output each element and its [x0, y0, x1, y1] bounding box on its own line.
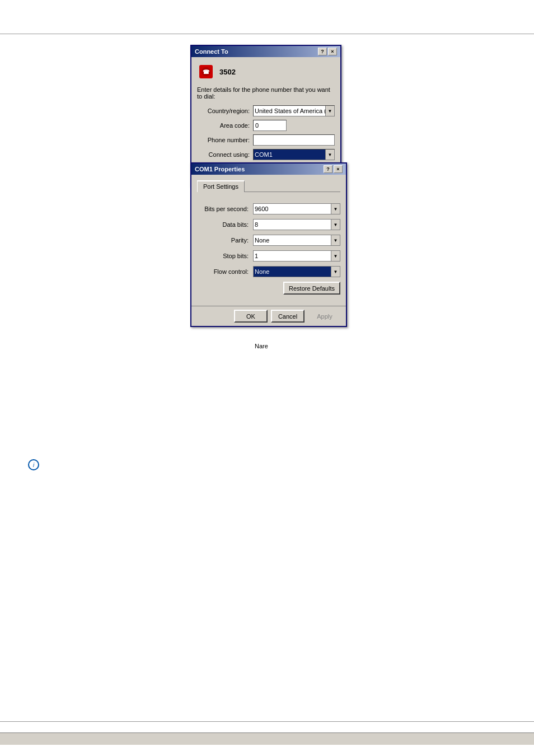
parity-select[interactable]: None: [253, 235, 340, 246]
connect-using-label: Connect using:: [197, 151, 253, 158]
com1-properties-dialog: COM1 Properties ? × Port Settings Bits p…: [190, 162, 347, 327]
com1-dialog-title: COM1 Properties: [195, 166, 245, 172]
country-label: Country/region:: [197, 108, 253, 114]
top-rule: [0, 34, 534, 35]
com1-tab-bar: Port Settings: [197, 180, 340, 192]
connect-dialog-description: Enter details for the phone number that …: [197, 86, 335, 100]
com1-dialog-titlebar: COM1 Properties ? ×: [191, 164, 346, 175]
country-select-wrapper: United States of America (1) ▼: [253, 105, 335, 116]
connect-dialog-help-btn[interactable]: ?: [318, 48, 327, 55]
connect-dialog-title-buttons: ? ×: [318, 48, 337, 55]
stopbits-select-wrapper: 1 ▼: [253, 250, 340, 262]
com1-dialog-close-btn[interactable]: ×: [334, 165, 343, 173]
connect-dialog-icon-label: 3502: [219, 68, 236, 76]
com1-dialog-buttons: OK Cancel Apply: [191, 306, 346, 326]
country-row: Country/region: United States of America…: [197, 105, 335, 116]
connect-dialog-title: Connect To: [195, 48, 228, 55]
bits-per-second-row: Bits per second: 9600 ▼: [197, 203, 340, 214]
parity-row: Parity: None ▼: [197, 235, 340, 246]
bottom-rule: [0, 721, 534, 722]
flowcontrol-select-wrapper: None ▼: [253, 266, 340, 277]
stop-bits-label: Stop bits:: [197, 253, 253, 259]
phone-number-input[interactable]: [253, 134, 335, 146]
area-code-input[interactable]: [253, 120, 287, 131]
data-bits-select[interactable]: 8: [253, 219, 340, 230]
com1-apply-button[interactable]: Apply: [308, 310, 341, 323]
area-code-label: Area code:: [197, 122, 253, 129]
bits-per-second-select[interactable]: 9600: [253, 203, 340, 214]
country-select[interactable]: United States of America (1): [253, 105, 335, 116]
stop-bits-row: Stop bits: 1 ▼: [197, 250, 340, 262]
svg-text:☎: ☎: [203, 69, 210, 75]
nare-label: Nare: [255, 343, 268, 349]
phone-number-label: Phone number:: [197, 137, 253, 143]
restore-defaults-button[interactable]: Restore Defaults: [283, 282, 340, 295]
connect-using-row: Connect using: COM1 ▼: [197, 149, 335, 160]
connect-icon-row: ☎ 3502: [197, 63, 335, 81]
com1-form-section: Bits per second: 9600 ▼ Data bits: 8 ▼: [197, 198, 340, 300]
connect-using-select[interactable]: COM1: [253, 149, 335, 160]
data-bits-label: Data bits:: [197, 221, 253, 228]
phone-icon: ☎: [197, 63, 215, 81]
tab-port-settings[interactable]: Port Settings: [197, 180, 245, 192]
com1-dialog-body: Port Settings Bits per second: 9600 ▼ Da…: [191, 175, 346, 306]
bits-select-wrapper: 9600 ▼: [253, 203, 340, 214]
flow-control-select[interactable]: None: [253, 266, 340, 277]
stop-bits-select[interactable]: 1: [253, 250, 340, 262]
connect-using-select-wrapper: COM1 ▼: [253, 149, 335, 160]
area-code-row: Area code:: [197, 120, 335, 131]
flow-control-label: Flow control:: [197, 268, 253, 275]
databits-select-wrapper: 8 ▼: [253, 219, 340, 230]
com1-ok-button[interactable]: OK: [234, 310, 268, 323]
phone-number-row: Phone number:: [197, 134, 335, 146]
connect-dialog-close-btn[interactable]: ×: [328, 48, 337, 55]
info-circle-icon: i: [28, 459, 39, 470]
com1-dialog-help-btn[interactable]: ?: [324, 165, 332, 173]
flow-control-row: Flow control: None ▼: [197, 266, 340, 277]
com1-cancel-button[interactable]: Cancel: [271, 310, 305, 323]
connect-dialog-titlebar: Connect To ? ×: [191, 46, 340, 57]
com1-dialog-title-buttons: ? ×: [324, 165, 343, 173]
data-bits-row: Data bits: 8 ▼: [197, 219, 340, 230]
bottom-bar: [0, 732, 534, 745]
parity-label: Parity:: [197, 237, 253, 244]
restore-defaults-row: Restore Defaults: [197, 282, 340, 295]
bits-per-second-label: Bits per second:: [197, 206, 253, 212]
parity-select-wrapper: None ▼: [253, 235, 340, 246]
